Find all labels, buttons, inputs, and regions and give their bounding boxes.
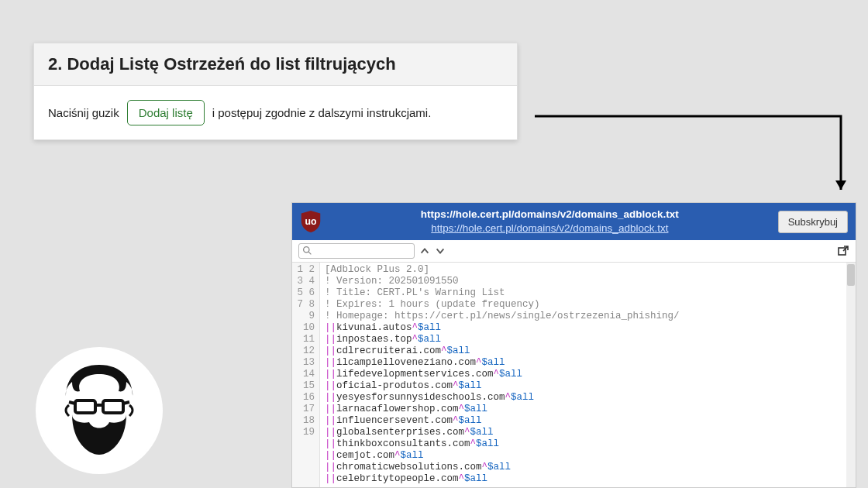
svg-line-8 <box>123 402 129 404</box>
avatar-illustration <box>49 360 150 461</box>
panel-url-main: https://hole.cert.pl/domains/v2/domains_… <box>421 208 679 220</box>
find-next-icon[interactable] <box>435 246 446 256</box>
svg-line-2 <box>308 253 311 255</box>
svg-rect-5 <box>103 400 123 413</box>
panel-title-text: https://hole.cert.pl/domains/v2/domains_… <box>329 208 770 235</box>
line-gutter: 1 2 3 4 5 6 7 8 9 10 11 12 13 14 15 16 1… <box>292 263 320 487</box>
flow-arrow <box>535 112 849 205</box>
card-posttext: i postępuj zgodnie z dalszymi instrukcja… <box>212 106 432 119</box>
card-heading: 2. Dodaj Listę Ostrzeżeń do list filtruj… <box>33 43 518 86</box>
avatar <box>37 349 161 473</box>
subscribe-button[interactable]: Subskrybuj <box>778 211 848 233</box>
panel-titlebar: uo https://hole.cert.pl/domains/v2/domai… <box>292 203 856 240</box>
svg-point-1 <box>304 247 309 253</box>
add-list-button[interactable]: Dodaj listę <box>127 100 205 125</box>
find-prev-icon[interactable] <box>419 246 430 256</box>
svg-text:uo: uo <box>305 217 317 228</box>
scrollbar-thumb[interactable] <box>847 264 855 286</box>
ublock-shield-icon: uo <box>300 210 322 233</box>
find-bar <box>292 240 856 263</box>
instruction-card: 2. Dodaj Listę Ostrzeżeń do list filtruj… <box>33 43 518 140</box>
search-icon <box>302 246 312 256</box>
panel-url-link[interactable]: https://hole.cert.pl/domains/v2/domains_… <box>431 222 668 234</box>
search-input[interactable] <box>298 243 415 259</box>
scrollbar-track[interactable] <box>846 263 856 487</box>
svg-line-7 <box>69 402 75 404</box>
code-viewer: 1 2 3 4 5 6 7 8 9 10 11 12 13 14 15 16 1… <box>292 263 856 487</box>
popout-icon[interactable] <box>837 245 849 257</box>
code-lines: [Adblock Plus 2.0] ! Version: 2025010915… <box>320 263 846 487</box>
card-body: Naciśnij guzik Dodaj listę i postępuj zg… <box>33 86 518 140</box>
filter-source-panel: uo https://hole.cert.pl/domains/v2/domai… <box>291 202 856 488</box>
card-pretext: Naciśnij guzik <box>48 106 119 119</box>
svg-rect-4 <box>75 400 95 413</box>
